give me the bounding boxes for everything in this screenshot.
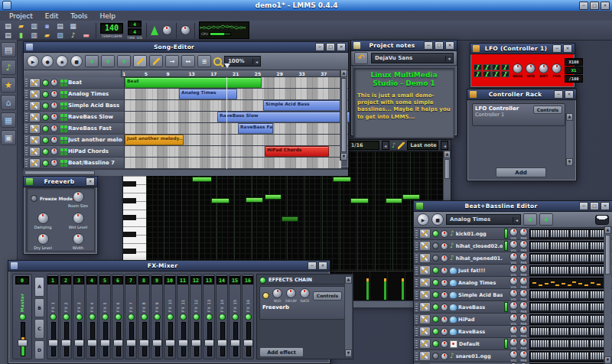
beat-step[interactable] [560,353,562,359]
scroll-thumb[interactable] [24,171,95,175]
track-mute-led[interactable] [42,125,49,132]
beat-step[interactable] [580,328,581,335]
song-track-head[interactable]: Just another melody... [24,135,125,145]
track-knob[interactable] [441,255,448,262]
add-effect-button[interactable]: Add effect [259,347,304,357]
open-recent-project-button[interactable]: ▥ [28,21,40,30]
beat-step[interactable] [531,255,532,262]
pan-knob-group[interactable]: PAN [519,289,528,301]
beat-step[interactable] [571,242,572,249]
bank-b-button[interactable]: B [34,298,44,318]
track-actions-button[interactable] [419,265,431,275]
channel-mute-led[interactable] [128,314,135,320]
piano-note[interactable] [386,198,402,203]
beat-step[interactable] [540,291,542,298]
menu-edit[interactable]: Edit [39,12,64,20]
beat-step[interactable] [531,230,532,237]
quantize-select[interactable]: 1/16 [348,141,379,150]
beat-step[interactable] [538,353,539,359]
beat-step[interactable] [591,291,592,298]
lfo-base-knob[interactable] [513,63,522,73]
fader-handle[interactable] [217,340,227,346]
beat-step[interactable] [584,291,586,298]
beat-step[interactable] [542,353,544,359]
pan-knob[interactable] [519,277,528,285]
beat-step[interactable] [545,255,546,262]
beat-step[interactable] [597,340,599,347]
beat-step[interactable] [600,291,601,298]
beat-step[interactable] [531,291,532,298]
sidebar-home-button[interactable]: ⌂ [1,95,16,110]
track-knob[interactable] [441,230,448,238]
bank-a-button[interactable]: A [34,277,44,297]
scroll-up-arrow[interactable]: ▲ [604,226,611,234]
bank-c-button[interactable]: C [34,319,44,339]
pan-knob-group[interactable]: PAN [519,326,528,338]
beat-step[interactable] [573,353,575,359]
fader-handle[interactable] [191,340,201,346]
beat-step[interactable] [555,255,557,262]
beat-step[interactable] [536,328,537,335]
channel-mute-led[interactable] [50,314,57,320]
beat-step[interactable] [547,316,549,323]
channel-fader[interactable] [100,322,110,356]
beat-step[interactable] [584,353,586,359]
lfo-multiplier-X1[interactable]: X1 [565,67,583,74]
beat-step[interactable] [562,255,564,262]
master-fader[interactable] [18,322,28,356]
song-track-lane[interactable]: Analog Times [125,89,341,99]
beat-step[interactable] [591,316,592,323]
lfo-minimize[interactable]: − [552,44,562,53]
track-actions-button[interactable] [29,124,41,134]
piano-note[interactable] [265,194,282,200]
track-actions-button[interactable] [419,302,431,312]
beat-step[interactable] [555,230,557,237]
freeverb-titlebar[interactable]: Freeverb × [24,177,97,187]
beat-step[interactable] [584,267,586,274]
beat-step[interactable] [567,291,568,298]
controller-controls-button[interactable]: Controls [533,106,562,114]
track-grip[interactable] [25,90,28,98]
beat-step[interactable] [531,353,532,359]
beat-step[interactable] [545,291,546,298]
fx-channel-strip[interactable]: 14FX 14 [216,274,228,359]
beat-step[interactable] [558,230,559,237]
volume-knob-group[interactable]: VOL [509,338,518,350]
beat-step[interactable] [553,328,555,335]
controller-rack-titlebar[interactable]: Controller Rack − × [467,89,576,100]
beat-step[interactable] [575,304,577,310]
scroll-down-arrow[interactable]: ▼ [604,356,611,364]
beat-step[interactable] [573,242,575,249]
effect-enable-led[interactable] [262,292,269,299]
beat-step[interactable] [547,328,549,335]
add-automation-track-button[interactable]: + [117,55,131,67]
pan-knob-group[interactable]: PAN [519,252,528,265]
track-actions-button[interactable] [419,278,431,288]
beat-step[interactable] [558,255,559,262]
volume-knob[interactable] [509,314,518,322]
moog-saw-wave-button[interactable] [474,71,482,77]
track-actions-button[interactable] [419,314,431,324]
toggle-controller-rack-button[interactable]: ▬ [80,31,92,39]
beat-step[interactable] [571,255,572,262]
maximize-button[interactable]: □ [590,2,599,10]
beat-step[interactable] [575,291,577,298]
track-actions-button[interactable] [419,241,431,251]
beat-step[interactable] [553,304,555,310]
beat-step[interactable] [593,340,594,347]
beat-step[interactable] [600,255,601,262]
volume-knob[interactable] [509,265,518,273]
pan-knob[interactable] [519,338,528,346]
bb-stop-button[interactable]: ■ [431,213,444,226]
song-editor-minimize[interactable]: − [315,43,324,51]
beat-step[interactable] [575,255,577,262]
track-volume-knob[interactable] [50,136,58,144]
fx-channel-strip[interactable]: 8FX 8 [138,274,150,359]
bb-editor-close[interactable]: × [601,202,610,210]
pan-knob-group[interactable]: PAN [519,265,528,277]
song-track-lane[interactable]: Simple Acid Bass [125,100,341,111]
fx-channel-strip[interactable]: 6FX 6 [112,274,124,359]
track-actions-button[interactable] [29,78,41,88]
dry-level-knob-group[interactable]: Dry Level [31,233,54,250]
lfo-spd-knob[interactable] [526,63,536,73]
